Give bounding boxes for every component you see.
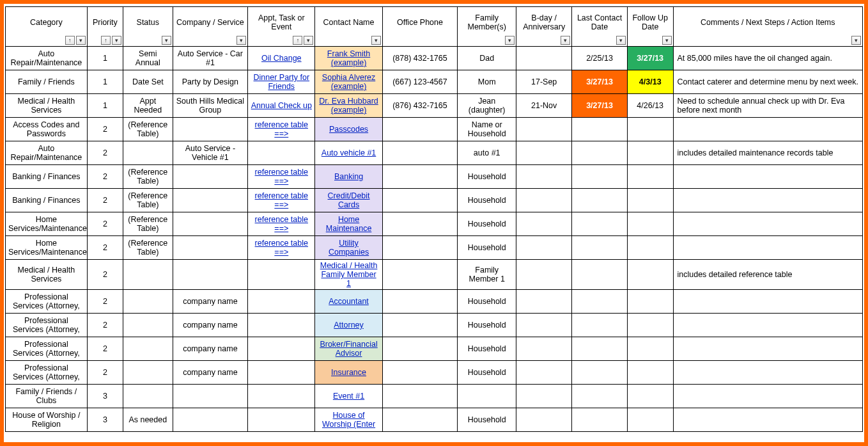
- cell-contact-link[interactable]: Utility Companies: [329, 239, 369, 257]
- cell-phone: [382, 361, 458, 385]
- cell-status: [123, 290, 173, 314]
- cell-contact-link[interactable]: Accountant: [329, 297, 369, 306]
- cell-company: company name: [173, 290, 248, 314]
- cell-contact-link[interactable]: Frank Smith (example): [327, 49, 370, 67]
- cell-contact-link[interactable]: Auto vehicle #1: [322, 148, 376, 157]
- cell-contact-link[interactable]: Event #1: [333, 392, 364, 401]
- cell-contact-link[interactable]: Insurance: [331, 368, 366, 377]
- cell-contact: Broker/Financial Advisor: [315, 337, 382, 361]
- cell-company: [173, 236, 248, 260]
- cell-bday: [516, 165, 572, 189]
- cell-appt: [248, 337, 315, 361]
- cell-comments: At 85,000 miles have the oil changed aga…: [673, 47, 863, 70]
- cell-category: Home Services/Maintenance: [6, 212, 88, 236]
- cell-family: auto #1: [458, 141, 516, 165]
- cell-contact: Insurance: [315, 361, 382, 385]
- cell-contact-link[interactable]: Passcodes: [329, 125, 368, 134]
- cell-appt-link[interactable]: reference table ==>: [255, 120, 308, 138]
- cell-phone: [382, 408, 458, 432]
- cell-company: Party by Design: [173, 70, 248, 94]
- cell-contact-link[interactable]: Home Maintenance: [326, 215, 372, 233]
- cell-family: Household: [458, 236, 516, 260]
- cell-last: [572, 141, 628, 165]
- cell-appt-link[interactable]: Oil Change: [261, 54, 302, 63]
- cell-contact-link[interactable]: Medical / Health Family Member 1: [320, 261, 378, 288]
- cell-contact-link[interactable]: Banking: [334, 172, 363, 181]
- column-header: Office Phone: [382, 7, 458, 47]
- cell-contact-link[interactable]: Credit/Debit Cards: [328, 191, 370, 209]
- filter-dropdown-icon[interactable]: ▾: [304, 36, 313, 45]
- cell-comments: [673, 314, 863, 337]
- cell-appt-link[interactable]: Dinner Party for Friends: [254, 73, 310, 91]
- cell-bday: [516, 260, 572, 290]
- cell-contact-link[interactable]: Dr. Eva Hubbard (example): [319, 97, 378, 115]
- cell-contact: Home Maintenance: [315, 212, 382, 236]
- column-header: B-day / Anniversary▾: [516, 7, 572, 47]
- cell-comments: [673, 337, 863, 361]
- filter-dropdown-icon[interactable]: ▾: [112, 36, 121, 45]
- data-table: Category↑▾Priority↑▾Status▾Company / Ser…: [5, 6, 863, 432]
- cell-company: [173, 189, 248, 212]
- filter-dropdown-icon[interactable]: ▾: [616, 36, 626, 45]
- column-header-label: Status: [126, 18, 170, 27]
- cell-appt-link[interactable]: reference table ==>: [255, 168, 308, 186]
- cell-follow: 4/26/13: [627, 94, 673, 118]
- cell-bday: [516, 337, 572, 361]
- cell-appt-link[interactable]: Annual Check up: [251, 101, 312, 110]
- filter-dropdown-icon[interactable]: ▾: [561, 36, 570, 45]
- filter-dropdown-icon[interactable]: ▾: [76, 36, 86, 45]
- cell-priority: 2: [87, 189, 123, 212]
- cell-priority: 2: [87, 165, 123, 189]
- cell-priority: 2: [87, 118, 123, 141]
- cell-contact-link[interactable]: Attorney: [334, 321, 364, 330]
- cell-category: Access Codes and Passwords: [6, 118, 88, 141]
- cell-category: Home Services/Maintenance: [6, 236, 88, 260]
- cell-phone: [382, 385, 458, 408]
- cell-contact-link[interactable]: House of Worship (Enter: [322, 411, 375, 429]
- cell-status: [123, 337, 173, 361]
- column-header-label: Company / Service: [176, 18, 245, 27]
- cell-appt: [248, 290, 315, 314]
- cell-appt: Oil Change: [248, 47, 315, 70]
- cell-phone: (667) 123-4567: [382, 70, 458, 94]
- column-header: Contact Name▾: [315, 7, 382, 47]
- cell-company: South Hills Medical Group: [173, 94, 248, 118]
- cell-company: company name: [173, 314, 248, 337]
- cell-appt: [248, 314, 315, 337]
- cell-last: [572, 118, 628, 141]
- column-header: Last Contact Date▾: [572, 7, 628, 47]
- cell-comments: Contact caterer and determine menu by ne…: [673, 70, 863, 94]
- cell-family: Household: [458, 189, 516, 212]
- cell-appt: reference table ==>: [248, 118, 315, 141]
- cell-family: Dad: [458, 47, 516, 70]
- cell-category: Professional Services (Attorney,: [6, 314, 88, 337]
- filter-dropdown-icon[interactable]: ▾: [236, 36, 246, 45]
- filter-dropdown-icon[interactable]: ▾: [505, 36, 515, 45]
- cell-bday: [516, 408, 572, 432]
- cell-category: Banking / Finances: [6, 189, 88, 212]
- table-body: Auto Repair/Maintenance1Semi AnnualAuto …: [6, 47, 863, 432]
- sort-asc-icon[interactable]: ↑: [101, 36, 111, 45]
- filter-dropdown-icon[interactable]: ▾: [662, 36, 672, 45]
- filter-dropdown-icon[interactable]: ▾: [162, 36, 171, 45]
- cell-company: Auto Service - Vehicle #1: [173, 141, 248, 165]
- cell-appt-link[interactable]: reference table ==>: [255, 215, 308, 233]
- cell-contact-link[interactable]: Broker/Financial Advisor: [320, 340, 377, 358]
- filter-dropdown-icon[interactable]: ▾: [371, 36, 381, 45]
- spreadsheet-frame: Category↑▾Priority↑▾Status▾Company / Ser…: [0, 0, 868, 446]
- sort-asc-icon[interactable]: ↑: [65, 36, 75, 45]
- cell-comments: includes detailed maintenance records ta…: [673, 141, 863, 165]
- cell-contact: Credit/Debit Cards: [315, 189, 382, 212]
- cell-contact: Dr. Eva Hubbard (example): [315, 94, 382, 118]
- filter-dropdown-icon[interactable]: ▾: [851, 36, 861, 45]
- cell-category: Auto Repair/Maintenance: [6, 141, 88, 165]
- column-header: Status▾: [123, 7, 173, 47]
- cell-appt-link[interactable]: reference table ==>: [255, 191, 308, 209]
- cell-appt-link[interactable]: reference table ==>: [255, 239, 308, 257]
- cell-status: [123, 361, 173, 385]
- column-header: Appt, Task or Event↑▾: [248, 7, 315, 47]
- sort-asc-icon[interactable]: ↑: [293, 36, 302, 45]
- cell-last: [572, 212, 628, 236]
- cell-priority: 2: [87, 260, 123, 290]
- cell-contact-link[interactable]: Sophia Alverez (example): [322, 73, 375, 91]
